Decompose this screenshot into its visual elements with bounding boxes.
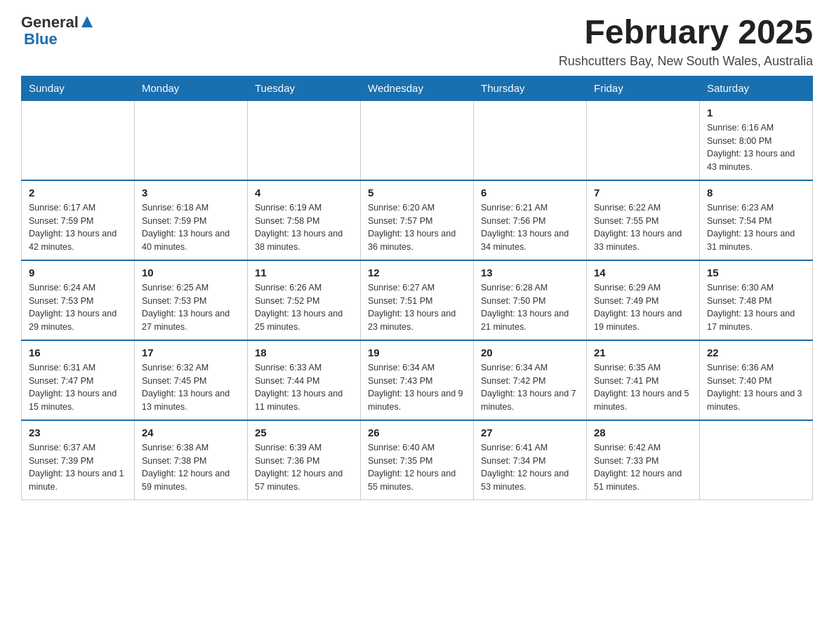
calendar-cell: 7Sunrise: 6:22 AM Sunset: 7:55 PM Daylig… — [587, 180, 700, 260]
title-section: February 2025 Rushcutters Bay, New South… — [559, 14, 813, 69]
calendar-cell — [361, 100, 474, 180]
day-number: 2 — [29, 187, 127, 199]
logo-text-blue: Blue — [24, 31, 94, 48]
calendar-table: SundayMondayTuesdayWednesdayThursdayFrid… — [21, 76, 813, 500]
calendar-header-row: SundayMondayTuesdayWednesdayThursdayFrid… — [22, 76, 813, 100]
day-number: 5 — [368, 187, 466, 199]
day-info: Sunrise: 6:20 AM Sunset: 7:57 PM Dayligh… — [368, 201, 466, 254]
day-number: 10 — [142, 267, 240, 279]
calendar-cell: 1Sunrise: 6:16 AM Sunset: 8:00 PM Daylig… — [700, 100, 813, 180]
day-number: 7 — [594, 187, 692, 199]
calendar-cell — [587, 100, 700, 180]
day-number: 6 — [481, 187, 579, 199]
day-info: Sunrise: 6:23 AM Sunset: 7:54 PM Dayligh… — [707, 201, 805, 254]
day-info: Sunrise: 6:16 AM Sunset: 8:00 PM Dayligh… — [707, 121, 805, 174]
day-number: 17 — [142, 347, 240, 358]
logo: General Blue — [21, 14, 94, 48]
day-info: Sunrise: 6:26 AM Sunset: 7:52 PM Dayligh… — [255, 281, 353, 334]
day-info: Sunrise: 6:32 AM Sunset: 7:45 PM Dayligh… — [142, 361, 240, 414]
day-number: 4 — [255, 187, 353, 199]
calendar-cell: 11Sunrise: 6:26 AM Sunset: 7:52 PM Dayli… — [248, 260, 361, 340]
day-number: 24 — [142, 427, 240, 438]
day-number: 16 — [29, 347, 127, 358]
day-number: 18 — [255, 347, 353, 358]
day-info: Sunrise: 6:28 AM Sunset: 7:50 PM Dayligh… — [481, 281, 579, 334]
calendar-cell: 21Sunrise: 6:35 AM Sunset: 7:41 PM Dayli… — [587, 340, 700, 420]
day-info: Sunrise: 6:25 AM Sunset: 7:53 PM Dayligh… — [142, 281, 240, 334]
page-header: General Blue February 2025 Rushcutters B… — [21, 14, 813, 69]
calendar-cell: 8Sunrise: 6:23 AM Sunset: 7:54 PM Daylig… — [700, 180, 813, 260]
day-info: Sunrise: 6:33 AM Sunset: 7:44 PM Dayligh… — [255, 361, 353, 414]
day-info: Sunrise: 6:31 AM Sunset: 7:47 PM Dayligh… — [29, 361, 127, 414]
day-info: Sunrise: 6:34 AM Sunset: 7:43 PM Dayligh… — [368, 361, 466, 414]
calendar-week-row: 2Sunrise: 6:17 AM Sunset: 7:59 PM Daylig… — [22, 180, 813, 260]
day-info: Sunrise: 6:42 AM Sunset: 7:33 PM Dayligh… — [594, 441, 692, 494]
column-header-tuesday: Tuesday — [248, 76, 361, 100]
day-info: Sunrise: 6:19 AM Sunset: 7:58 PM Dayligh… — [255, 201, 353, 254]
day-number: 21 — [594, 347, 692, 358]
calendar-cell: 6Sunrise: 6:21 AM Sunset: 7:56 PM Daylig… — [474, 180, 587, 260]
logo-arrow-icon — [80, 15, 94, 29]
day-info: Sunrise: 6:35 AM Sunset: 7:41 PM Dayligh… — [594, 361, 692, 414]
column-header-sunday: Sunday — [22, 76, 135, 100]
calendar-week-row: 23Sunrise: 6:37 AM Sunset: 7:39 PM Dayli… — [22, 420, 813, 500]
svg-marker-0 — [81, 16, 93, 27]
day-number: 15 — [707, 267, 805, 279]
day-info: Sunrise: 6:30 AM Sunset: 7:48 PM Dayligh… — [707, 281, 805, 334]
day-info: Sunrise: 6:21 AM Sunset: 7:56 PM Dayligh… — [481, 201, 579, 254]
day-number: 19 — [368, 347, 466, 358]
calendar-cell: 13Sunrise: 6:28 AM Sunset: 7:50 PM Dayli… — [474, 260, 587, 340]
calendar-cell: 14Sunrise: 6:29 AM Sunset: 7:49 PM Dayli… — [587, 260, 700, 340]
day-number: 14 — [594, 267, 692, 279]
day-info: Sunrise: 6:40 AM Sunset: 7:35 PM Dayligh… — [368, 441, 466, 494]
day-info: Sunrise: 6:22 AM Sunset: 7:55 PM Dayligh… — [594, 201, 692, 254]
calendar-cell: 23Sunrise: 6:37 AM Sunset: 7:39 PM Dayli… — [22, 420, 135, 500]
calendar-cell: 17Sunrise: 6:32 AM Sunset: 7:45 PM Dayli… — [135, 340, 248, 420]
day-info: Sunrise: 6:36 AM Sunset: 7:40 PM Dayligh… — [707, 361, 805, 414]
location-subtitle: Rushcutters Bay, New South Wales, Austra… — [559, 54, 813, 69]
calendar-cell: 16Sunrise: 6:31 AM Sunset: 7:47 PM Dayli… — [22, 340, 135, 420]
day-info: Sunrise: 6:38 AM Sunset: 7:38 PM Dayligh… — [142, 441, 240, 494]
calendar-cell: 22Sunrise: 6:36 AM Sunset: 7:40 PM Dayli… — [700, 340, 813, 420]
day-info: Sunrise: 6:37 AM Sunset: 7:39 PM Dayligh… — [29, 441, 127, 494]
column-header-saturday: Saturday — [700, 76, 813, 100]
calendar-cell: 26Sunrise: 6:40 AM Sunset: 7:35 PM Dayli… — [361, 420, 474, 500]
day-info: Sunrise: 6:29 AM Sunset: 7:49 PM Dayligh… — [594, 281, 692, 334]
day-info: Sunrise: 6:27 AM Sunset: 7:51 PM Dayligh… — [368, 281, 466, 334]
calendar-week-row: 9Sunrise: 6:24 AM Sunset: 7:53 PM Daylig… — [22, 260, 813, 340]
calendar-cell — [135, 100, 248, 180]
day-number: 8 — [707, 187, 805, 199]
logo-text-general: General — [21, 14, 79, 31]
calendar-cell: 19Sunrise: 6:34 AM Sunset: 7:43 PM Dayli… — [361, 340, 474, 420]
column-header-wednesday: Wednesday — [361, 76, 474, 100]
calendar-cell: 20Sunrise: 6:34 AM Sunset: 7:42 PM Dayli… — [474, 340, 587, 420]
day-number: 27 — [481, 427, 579, 438]
day-info: Sunrise: 6:39 AM Sunset: 7:36 PM Dayligh… — [255, 441, 353, 494]
day-info: Sunrise: 6:18 AM Sunset: 7:59 PM Dayligh… — [142, 201, 240, 254]
calendar-cell: 5Sunrise: 6:20 AM Sunset: 7:57 PM Daylig… — [361, 180, 474, 260]
column-header-thursday: Thursday — [474, 76, 587, 100]
day-number: 20 — [481, 347, 579, 358]
calendar-cell: 25Sunrise: 6:39 AM Sunset: 7:36 PM Dayli… — [248, 420, 361, 500]
day-number: 13 — [481, 267, 579, 279]
calendar-cell: 3Sunrise: 6:18 AM Sunset: 7:59 PM Daylig… — [135, 180, 248, 260]
calendar-cell — [474, 100, 587, 180]
day-number: 28 — [594, 427, 692, 438]
calendar-week-row: 16Sunrise: 6:31 AM Sunset: 7:47 PM Dayli… — [22, 340, 813, 420]
day-info: Sunrise: 6:17 AM Sunset: 7:59 PM Dayligh… — [29, 201, 127, 254]
day-number: 26 — [368, 427, 466, 438]
column-header-monday: Monday — [135, 76, 248, 100]
day-number: 11 — [255, 267, 353, 279]
day-number: 9 — [29, 267, 127, 279]
calendar-cell — [700, 420, 813, 500]
day-info: Sunrise: 6:24 AM Sunset: 7:53 PM Dayligh… — [29, 281, 127, 334]
day-info: Sunrise: 6:41 AM Sunset: 7:34 PM Dayligh… — [481, 441, 579, 494]
day-number: 23 — [29, 427, 127, 438]
month-title: February 2025 — [559, 14, 813, 51]
calendar-cell: 12Sunrise: 6:27 AM Sunset: 7:51 PM Dayli… — [361, 260, 474, 340]
calendar-cell — [22, 100, 135, 180]
calendar-cell: 15Sunrise: 6:30 AM Sunset: 7:48 PM Dayli… — [700, 260, 813, 340]
calendar-cell: 24Sunrise: 6:38 AM Sunset: 7:38 PM Dayli… — [135, 420, 248, 500]
calendar-cell: 9Sunrise: 6:24 AM Sunset: 7:53 PM Daylig… — [22, 260, 135, 340]
calendar-cell: 28Sunrise: 6:42 AM Sunset: 7:33 PM Dayli… — [587, 420, 700, 500]
